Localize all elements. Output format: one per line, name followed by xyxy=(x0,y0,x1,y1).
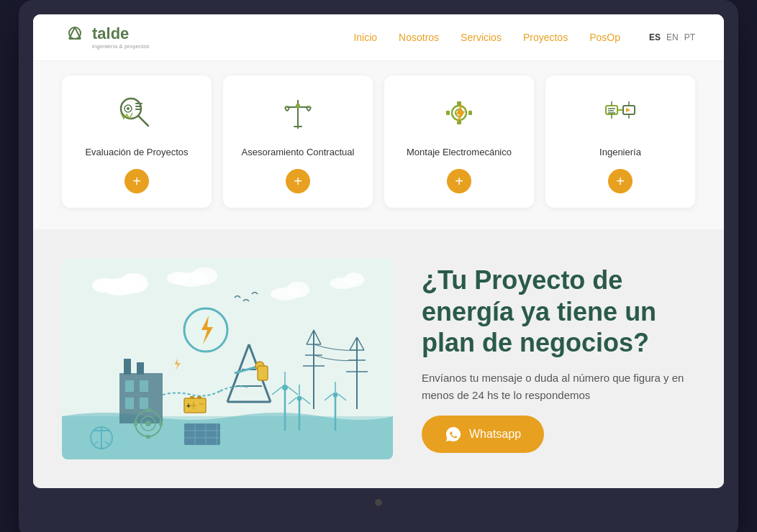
service-title-electromechanical: Montaje Electromecánico xyxy=(407,146,512,159)
svg-point-42 xyxy=(167,272,190,285)
nav-nosotros[interactable]: Nosotros xyxy=(399,32,439,43)
svg-rect-103 xyxy=(134,421,137,426)
svg-point-0 xyxy=(69,27,81,39)
electromechanical-icon xyxy=(438,93,481,136)
contractual-icon xyxy=(276,93,319,136)
evaluation-icon xyxy=(115,93,158,136)
svg-point-100 xyxy=(145,421,151,426)
svg-rect-18 xyxy=(307,106,310,107)
service-add-electromechanical[interactable]: + xyxy=(447,169,471,193)
svg-rect-51 xyxy=(125,398,134,409)
svg-rect-52 xyxy=(140,398,148,409)
svg-rect-16 xyxy=(294,126,302,127)
service-title-contractual: Asesoramiento Contractual xyxy=(242,146,355,159)
services-section: Evaluación de Proyectos + xyxy=(33,61,724,229)
svg-text:+: + xyxy=(186,402,191,410)
svg-rect-104 xyxy=(159,421,163,426)
svg-rect-111 xyxy=(190,396,194,399)
engineering-icon xyxy=(599,93,642,136)
cta-section: + ¿Tu Proyecto de energía ya tiene un pl… xyxy=(33,229,724,488)
service-card-evaluation: Evaluación de Proyectos + xyxy=(62,75,212,208)
svg-rect-49 xyxy=(125,380,134,392)
svg-rect-53 xyxy=(124,359,131,375)
services-grid: Evaluación de Proyectos + xyxy=(62,75,695,208)
svg-rect-17 xyxy=(286,106,289,107)
energy-illustration: + xyxy=(62,258,393,459)
cta-title: ¿Tu Proyecto de energía ya tiene un plan… xyxy=(422,265,695,358)
lang-pt[interactable]: PT xyxy=(684,32,695,42)
service-title-engineering: Ingeniería xyxy=(599,146,641,159)
svg-point-86 xyxy=(333,393,338,398)
svg-point-41 xyxy=(191,267,217,285)
svg-rect-62 xyxy=(258,366,268,380)
svg-point-76 xyxy=(282,385,288,390)
svg-rect-112 xyxy=(197,396,201,399)
whatsapp-button[interactable]: Whatsapp xyxy=(422,416,544,453)
svg-rect-90 xyxy=(184,423,220,445)
svg-rect-54 xyxy=(137,362,144,375)
whatsapp-icon xyxy=(445,426,462,443)
navbar: talde ingeniería & proyectos Inicio Noso… xyxy=(33,14,724,61)
svg-marker-32 xyxy=(626,108,630,112)
service-card-electromechanical: Montaje Electromecánico + xyxy=(384,75,534,208)
svg-rect-102 xyxy=(146,435,150,439)
whatsapp-label: Whatsapp xyxy=(469,428,521,441)
svg-rect-50 xyxy=(140,380,148,392)
svg-rect-101 xyxy=(146,408,150,412)
svg-point-44 xyxy=(286,282,309,298)
nav-proyectos[interactable]: Proyectos xyxy=(523,32,568,43)
svg-rect-8 xyxy=(135,109,142,110)
service-title-evaluation: Evaluación de Proyectos xyxy=(85,146,188,159)
service-card-engineering: Ingeniería + xyxy=(545,75,695,208)
svg-rect-23 xyxy=(446,111,450,115)
lang-es[interactable]: ES xyxy=(649,32,661,42)
svg-rect-7 xyxy=(135,106,141,107)
svg-rect-24 xyxy=(468,111,472,115)
logo-tagline: ingeniería & proyectos xyxy=(92,43,150,50)
logo-text: talde xyxy=(92,24,150,43)
svg-point-10 xyxy=(127,107,130,110)
nav-posop[interactable]: PosOp xyxy=(589,32,620,43)
service-add-engineering[interactable]: + xyxy=(608,169,633,193)
cta-content: ¿Tu Proyecto de energía ya tiene un plan… xyxy=(422,265,695,453)
nav-links: Inicio Nosotros Servicios Proyectos PosO… xyxy=(353,32,620,43)
cta-subtitle: Envíanos tu mensaje o duda al número que… xyxy=(422,370,695,404)
language-switcher: ES EN PT xyxy=(649,32,695,42)
service-add-evaluation[interactable]: + xyxy=(124,169,149,193)
service-card-contractual: Asesoramiento Contractual + xyxy=(223,75,373,208)
logo-icon xyxy=(62,24,88,50)
svg-point-39 xyxy=(92,278,118,293)
service-add-contractual[interactable]: + xyxy=(286,169,310,193)
svg-point-13 xyxy=(296,104,300,108)
svg-point-46 xyxy=(344,272,364,287)
svg-rect-21 xyxy=(457,101,461,105)
svg-point-81 xyxy=(297,396,302,401)
cta-illustration: + xyxy=(62,258,393,459)
svg-line-5 xyxy=(138,116,148,126)
laptop-camera xyxy=(375,499,382,506)
logo: talde ingeniería & proyectos xyxy=(62,24,150,50)
nav-inicio[interactable]: Inicio xyxy=(353,32,377,43)
nav-servicios[interactable]: Servicios xyxy=(461,32,502,43)
svg-rect-6 xyxy=(135,103,142,104)
svg-point-38 xyxy=(119,273,148,293)
lang-en[interactable]: EN xyxy=(666,32,679,42)
